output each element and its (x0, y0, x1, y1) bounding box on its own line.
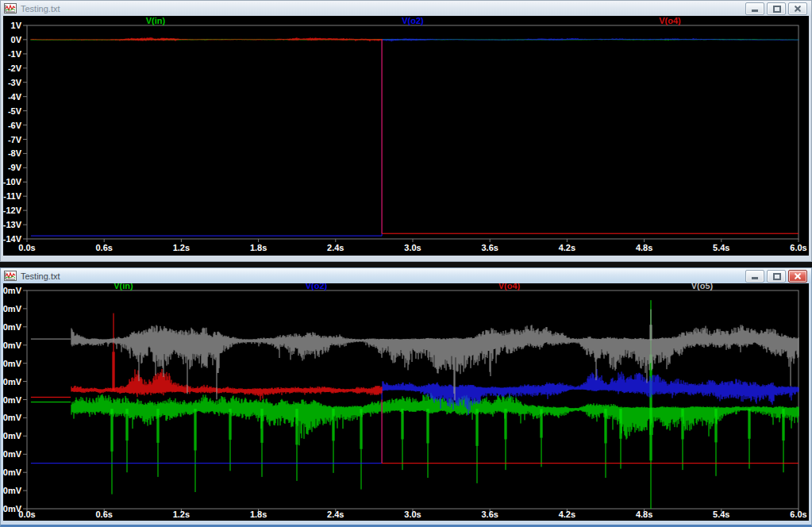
y-tick-label: -8V (8, 148, 22, 158)
y-tick-label: 120mV (3, 359, 22, 368)
titlebar[interactable]: Testing.txt (1, 268, 811, 283)
y-tick-label: 180mV (3, 340, 22, 350)
y-tick-label: -5V (8, 106, 22, 116)
plot-area[interactable]: 360mV300mV240mV180mV120mV60mV0mV-60mV-12… (3, 283, 809, 521)
close-button[interactable] (788, 2, 807, 15)
y-tick-label: -180mV (3, 449, 22, 459)
x-tick-label: 3.6s (481, 243, 498, 252)
x-tick-label: 0.6s (95, 510, 112, 519)
legend-vo4[interactable]: V(o4) (498, 283, 521, 290)
x-tick-label: 5.4s (713, 510, 729, 519)
waveform-window-bottom[interactable]: Testing.txt 360mV300mV240mV180mV120mV60m… (0, 267, 812, 527)
y-tick-label: -9V (8, 163, 22, 172)
plot-box (27, 25, 799, 239)
y-tick-label: 0mV (3, 395, 22, 405)
legend-vo4[interactable]: V(o4) (659, 16, 681, 25)
x-tick-label: 5.4s (713, 243, 729, 252)
y-tick-label: -2V (8, 63, 22, 73)
x-tick-label: 1.8s (250, 510, 267, 519)
plot-area[interactable]: 1V0V-1V-2V-3V-4V-5V-6V-7V-8V-9V-10V-11V-… (3, 16, 809, 256)
y-tick-label: -13V (3, 220, 22, 229)
legend-vin[interactable]: V(in) (146, 16, 166, 25)
waveform-window-top[interactable]: Testing.txt 1V0V-1V-2V-3V-4V-5V-6V-7V-8V… (0, 0, 812, 262)
trace-vo2 (31, 38, 799, 236)
y-tick-label: -120mV (3, 431, 22, 440)
y-tick-label: 0V (11, 35, 22, 44)
y-tick-label: 300mV (3, 304, 22, 314)
legend-vo5[interactable]: V(o5) (691, 283, 714, 290)
maximize-icon (773, 6, 781, 13)
app-icon (4, 271, 17, 281)
y-tick-label: -4V (8, 92, 22, 102)
x-tick-label: 3.6s (481, 510, 498, 519)
y-tick-label: -300mV (3, 486, 22, 495)
window-title: Testing.txt (21, 271, 60, 281)
y-tick-label: -240mV (3, 467, 22, 477)
legend-vin[interactable]: V(in) (114, 283, 133, 290)
x-tick-label: 2.4s (327, 510, 344, 519)
y-tick-label: -60mV (3, 413, 22, 422)
y-tick-label: -7V (8, 135, 22, 144)
minimize-button[interactable] (745, 2, 764, 15)
minimize-icon (752, 277, 758, 279)
minimize-button[interactable] (745, 270, 764, 283)
minimize-icon (752, 10, 758, 12)
x-tick-label: 1.2s (173, 243, 190, 252)
x-tick-label: 2.4s (327, 243, 344, 252)
y-tick-label: -6V (8, 121, 22, 130)
y-tick-label: -12V (3, 206, 22, 215)
x-tick-label: 4.8s (636, 510, 652, 519)
y-tick-label: 360mV (3, 286, 22, 295)
y-tick-label: 1V (11, 21, 22, 30)
x-tick-label: 1.2s (173, 510, 190, 519)
x-tick-label: 4.2s (559, 510, 575, 519)
x-tick-label: 0.0s (18, 510, 35, 519)
legend-vo2[interactable]: V(o2) (306, 283, 328, 290)
window-title: Testing.txt (21, 4, 60, 13)
y-tick-label: -10V (3, 177, 22, 187)
window-border[interactable] (1, 521, 811, 527)
y-tick-label: 60mV (3, 377, 22, 387)
maximize-icon (773, 273, 781, 280)
close-button[interactable] (788, 270, 807, 283)
y-tick-label: -1V (8, 49, 22, 59)
y-tick-label: -3V (8, 78, 22, 87)
x-tick-label: 3.0s (404, 243, 421, 252)
x-tick-label: 0.0s (18, 243, 35, 252)
y-tick-label: -11V (3, 191, 21, 201)
x-tick-label: 6.0s (790, 510, 806, 519)
y-tick-label: 240mV (3, 322, 22, 332)
x-tick-label: 4.8s (636, 243, 652, 252)
x-tick-label: 0.6s (95, 243, 112, 252)
x-tick-label: 3.0s (404, 510, 421, 519)
x-tick-label: 4.2s (559, 243, 575, 252)
legend-vo2[interactable]: V(o2) (402, 16, 424, 25)
titlebar[interactable]: Testing.txt (1, 1, 811, 16)
window-border[interactable] (1, 256, 811, 262)
x-tick-label: 6.0s (790, 243, 806, 252)
trace-vo4 (31, 37, 799, 233)
app-icon (4, 3, 17, 13)
maximize-button[interactable] (767, 270, 786, 283)
maximize-button[interactable] (767, 2, 786, 15)
x-tick-label: 1.8s (250, 243, 267, 252)
